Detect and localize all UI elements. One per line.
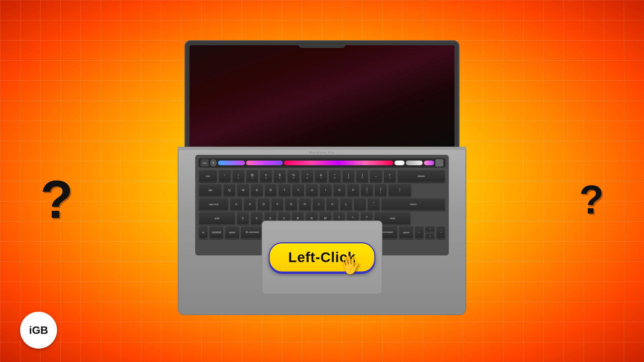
macbook-body: esc ✕ esc ~` !1 (178, 147, 466, 315)
key-row-1: esc ~` !1 @2 #3 $4 %5 ^6 &7 *8 (9 )0 _- … (199, 170, 445, 182)
key-tab[interactable]: tab (199, 184, 222, 196)
key-r[interactable]: R (264, 184, 277, 196)
question-mark-right: ? (579, 176, 604, 223)
key-option-right[interactable]: option (399, 226, 414, 239)
macbook-screen-outer (184, 40, 460, 147)
key-o[interactable]: O (333, 184, 346, 196)
key-arrow-left[interactable]: ← (415, 226, 424, 239)
key-8[interactable]: *8 (328, 170, 341, 182)
macbook-screen-inner (190, 45, 454, 146)
touch-bar: esc ✕ (199, 158, 445, 168)
key-x[interactable]: X (250, 212, 263, 225)
key-u[interactable]: U (306, 184, 318, 196)
key-arrow-down[interactable]: ↓ (425, 233, 435, 239)
macbook-hinge (178, 147, 466, 149)
tb-power[interactable] (435, 159, 443, 167)
key-y[interactable]: Y (292, 184, 305, 196)
key-esc[interactable]: esc (199, 170, 217, 182)
key-f[interactable]: F (271, 198, 284, 210)
key-p[interactable]: P (347, 184, 360, 196)
key-shift-left[interactable]: shift (199, 212, 235, 225)
key-backslash[interactable]: |\ (388, 184, 412, 196)
key-q[interactable]: Q (223, 184, 236, 196)
scene: ? esc ✕ (0, 0, 644, 362)
igb-logo-text: iGB (29, 324, 48, 337)
key-1[interactable]: !1 (232, 170, 245, 182)
key-w[interactable]: W (237, 184, 250, 196)
key-l[interactable]: L (340, 198, 353, 210)
key-d[interactable]: D (257, 198, 270, 210)
tb-thumb (394, 161, 405, 165)
key-4[interactable]: $4 (273, 170, 286, 182)
key-9[interactable]: (9 (342, 170, 355, 182)
key-s[interactable]: S (244, 198, 256, 210)
key-g[interactable]: G (285, 198, 298, 210)
key-j[interactable]: J (312, 198, 325, 210)
key-5[interactable]: %5 (287, 170, 300, 182)
igb-logo: iGB (20, 312, 57, 349)
question-mark-left: ? (40, 169, 73, 230)
left-click-button[interactable]: Left-Click 🖐 (269, 242, 375, 273)
key-minus[interactable]: _- (370, 170, 382, 182)
key-delete[interactable]: delete (397, 170, 445, 182)
key-option-left[interactable]: option (225, 226, 239, 239)
macbook-model-label: MacBook Pro (309, 151, 335, 154)
key-arrow-right[interactable]: → (436, 226, 445, 239)
tb-siri (424, 161, 434, 165)
key-i[interactable]: I (319, 184, 332, 196)
key-arrow-up[interactable]: ↑ (425, 226, 435, 232)
key-2[interactable]: @2 (246, 170, 259, 182)
tb-slider-left (218, 161, 245, 165)
tb-esc[interactable]: esc (201, 159, 209, 167)
tb-close-btn[interactable]: ✕ (210, 159, 217, 167)
key-rbracket[interactable]: }] (374, 184, 387, 196)
tb-color-bar (284, 161, 393, 165)
key-control[interactable]: control (209, 226, 224, 239)
key-e[interactable]: E (251, 184, 263, 196)
key-quote[interactable]: "' (367, 198, 380, 210)
macbook: esc ✕ esc ~` !1 (178, 40, 466, 315)
key-fn[interactable]: fn (199, 226, 208, 239)
key-a[interactable]: A (230, 198, 243, 210)
tb-brightness (406, 161, 423, 165)
key-6[interactable]: ^6 (301, 170, 314, 182)
key-0[interactable]: )0 (356, 170, 369, 182)
cursor-hand-icon: 🖐 (338, 254, 362, 277)
key-tilde[interactable]: ~` (218, 170, 231, 182)
key-command-left[interactable]: ⌘ command (240, 226, 264, 239)
key-row-2: tab Q W E R T Y U I O P {[ }] |\ (199, 184, 445, 196)
key-equals[interactable]: += (383, 170, 396, 182)
arrow-up-down: ↑ ↓ (425, 226, 435, 239)
key-row-3: caps lock A S D F G H J K L :; "' return (199, 198, 445, 210)
key-capslock[interactable]: caps lock (199, 198, 229, 210)
key-return[interactable]: return (381, 198, 445, 210)
macbook-notch (299, 41, 345, 48)
key-semicolon[interactable]: :; (354, 198, 366, 210)
key-k[interactable]: K (326, 198, 339, 210)
key-h[interactable]: H (299, 198, 311, 210)
key-lbracket[interactable]: {[ (361, 184, 373, 196)
trackpad[interactable]: Left-Click 🖐 (262, 221, 382, 294)
key-7[interactable]: &7 (315, 170, 327, 182)
key-3[interactable]: #3 (260, 170, 272, 182)
key-z[interactable]: Z (236, 212, 249, 225)
tb-color-slider (246, 161, 282, 165)
key-t[interactable]: T (278, 184, 291, 196)
